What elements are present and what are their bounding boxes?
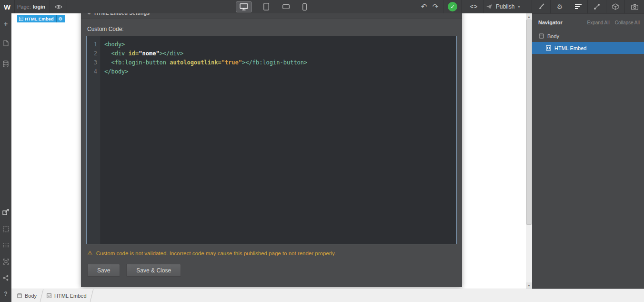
breakpoint-desktop-button[interactable] bbox=[233, 0, 254, 13]
navigator-item-body[interactable]: Body bbox=[532, 30, 644, 42]
interactions-panel-tab[interactable] bbox=[587, 0, 606, 13]
webflow-logo-icon[interactable]: W bbox=[0, 0, 14, 13]
pages-panel-button[interactable] bbox=[0, 37, 11, 49]
code-editor[interactable]: 1234 <body> <div id="nome"></div> <fb:lo… bbox=[86, 36, 457, 244]
export-arrow-icon bbox=[2, 209, 9, 215]
warning-triangle-icon: ⚠ bbox=[87, 250, 93, 256]
plus-icon: + bbox=[4, 20, 8, 28]
redo-icon: ↷ bbox=[433, 2, 439, 11]
share-dots-icon bbox=[3, 275, 9, 281]
page-indicator[interactable]: Page: login bbox=[17, 0, 45, 13]
validation-warning: ⚠ Custom code is not validated. Incorrec… bbox=[87, 250, 336, 256]
undo-button[interactable]: ↶ bbox=[418, 0, 430, 13]
style-manager-lines-icon bbox=[575, 4, 582, 10]
divider bbox=[461, 0, 462, 13]
breadcrumb-body[interactable]: Body bbox=[17, 289, 37, 302]
html-embed-settings-dialog: ⚙ HTML Embed Settings Custom Code: 1234 … bbox=[81, 13, 462, 287]
frame-tool-button[interactable] bbox=[0, 256, 11, 267]
help-button[interactable]: ? bbox=[0, 288, 11, 300]
divider bbox=[67, 0, 67, 13]
saved-status-badge[interactable]: ✓ bbox=[448, 2, 457, 11]
selected-element-tag[interactable]: HTML Embed ⚙ bbox=[17, 15, 65, 22]
tablet-icon bbox=[263, 3, 269, 10]
page-file-icon bbox=[3, 40, 9, 46]
scroll-up-arrow[interactable]: ▲ bbox=[526, 13, 532, 20]
phone-landscape-icon bbox=[282, 4, 290, 9]
gear-icon: ⚙ bbox=[557, 3, 563, 10]
dashed-selection-icon bbox=[3, 226, 9, 232]
breakpoint-tablet-button[interactable] bbox=[259, 0, 273, 13]
navigator-item-label: HTML Embed bbox=[554, 45, 586, 51]
breakpoint-phone-portrait-button[interactable] bbox=[297, 0, 312, 13]
style-manager-panel-tab[interactable] bbox=[569, 0, 587, 13]
symbols-cube-icon bbox=[612, 3, 619, 10]
dialog-title: HTML Embed Settings bbox=[94, 13, 150, 16]
settings-panel-tab[interactable]: ⚙ bbox=[550, 0, 569, 13]
code-line[interactable]: <div id="nome"></div> bbox=[104, 49, 456, 58]
expand-all-link[interactable]: Expand All bbox=[587, 20, 609, 25]
code-line[interactable]: <body> bbox=[104, 40, 456, 49]
embed-icon bbox=[19, 17, 23, 21]
navigator-header: Navigator Expand All Collapse All bbox=[532, 14, 644, 30]
export-tool-button[interactable] bbox=[0, 206, 11, 218]
custom-code-label: Custom Code: bbox=[87, 26, 124, 32]
collaborators-button[interactable] bbox=[0, 272, 11, 283]
check-icon: ✓ bbox=[450, 4, 454, 10]
element-settings-gear-icon[interactable]: ⚙ bbox=[56, 15, 65, 22]
publish-plane-icon bbox=[486, 4, 493, 10]
export-code-button[interactable]: < > bbox=[465, 0, 482, 13]
divider bbox=[50, 0, 50, 13]
breadcrumb-separator bbox=[90, 289, 93, 302]
design-canvas: HTML Embed ⚙ ⚙ HTML Embed Settings Custo… bbox=[11, 13, 526, 289]
database-icon bbox=[3, 61, 9, 67]
assets-panel-tab[interactable] bbox=[624, 0, 644, 13]
scrollbar-thumb[interactable] bbox=[526, 20, 532, 225]
warning-text: Custom code is not validated. Incorrect … bbox=[96, 250, 336, 256]
code-area[interactable]: <body> <div id="nome"></div> <fb:login-b… bbox=[101, 36, 456, 244]
collapse-all-link[interactable]: Collapse All bbox=[615, 20, 640, 25]
element-tag-label: HTML Embed bbox=[25, 16, 56, 21]
eye-icon bbox=[55, 4, 62, 10]
dialog-actions: Save Save & Close bbox=[87, 264, 181, 277]
breakpoint-phone-landscape-button[interactable] bbox=[278, 0, 293, 13]
style-panel-tab[interactable] bbox=[532, 0, 550, 13]
preview-button[interactable] bbox=[51, 0, 66, 13]
collections-panel-button[interactable] bbox=[0, 58, 11, 70]
publish-button[interactable]: Publish ▾ bbox=[486, 0, 520, 13]
navigator-item-label: Body bbox=[547, 33, 559, 39]
help-icon: ? bbox=[4, 291, 7, 297]
line-number: 2 bbox=[87, 49, 101, 58]
guides-toggle-button[interactable] bbox=[0, 240, 11, 251]
status-bar: Body HTML Embed bbox=[11, 289, 644, 302]
phone-portrait-icon bbox=[302, 3, 307, 10]
line-number: 4 bbox=[87, 67, 101, 76]
undo-icon: ↶ bbox=[421, 2, 427, 11]
breadcrumb-label: HTML Embed bbox=[54, 293, 86, 299]
symbols-panel-tab[interactable] bbox=[606, 0, 624, 13]
scroll-down-arrow[interactable]: ▼ bbox=[526, 282, 532, 289]
save-button[interactable]: Save bbox=[87, 264, 120, 277]
breadcrumb-label: Body bbox=[25, 293, 37, 299]
line-number: 1 bbox=[87, 40, 101, 49]
top-toolbar: W Page: login ↶ ↷ bbox=[0, 0, 644, 13]
navigator-item-html-embed[interactable]: HTML Embed bbox=[532, 42, 644, 54]
page-label: Page: bbox=[17, 4, 31, 10]
divider bbox=[14, 0, 15, 13]
code-line[interactable]: <fb:login-button autologoutlink="true"><… bbox=[104, 58, 456, 67]
left-toolbar: + bbox=[0, 13, 11, 302]
marquee-tool-button[interactable] bbox=[0, 223, 11, 235]
code-gutter: 1234 bbox=[87, 36, 101, 244]
frame-corners-icon bbox=[3, 259, 9, 265]
save-close-button[interactable]: Save & Close bbox=[126, 264, 181, 277]
breadcrumb-html-embed[interactable]: HTML Embed bbox=[47, 289, 86, 302]
embed-icon bbox=[47, 293, 51, 298]
line-number: 3 bbox=[87, 58, 101, 67]
add-element-button[interactable]: + bbox=[0, 18, 11, 30]
dialog-header: ⚙ HTML Embed Settings bbox=[81, 13, 462, 19]
body-icon bbox=[17, 293, 22, 298]
code-brackets-icon: < > bbox=[470, 3, 477, 10]
canvas-vertical-scrollbar[interactable]: ▲ ▼ bbox=[526, 13, 532, 289]
gear-icon: ⚙ bbox=[87, 13, 91, 16]
redo-button[interactable]: ↷ bbox=[430, 0, 441, 13]
code-line[interactable]: </body> bbox=[104, 67, 456, 76]
